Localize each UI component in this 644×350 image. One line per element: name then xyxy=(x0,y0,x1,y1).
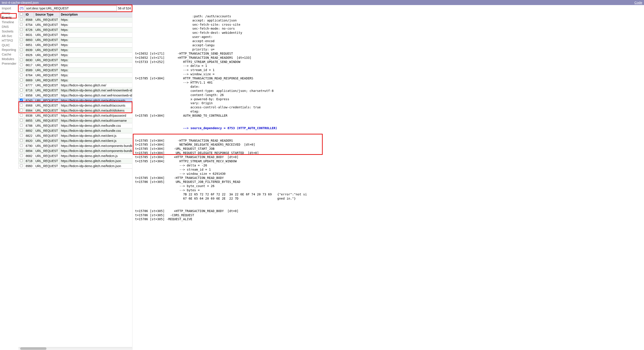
col-header-desc[interactable]: Description xyxy=(60,12,132,17)
row-checkbox[interactable] xyxy=(20,33,23,36)
cell-type: URL_REQUEST xyxy=(34,103,60,108)
table-row[interactable]: 8617URL_REQUESThttps: xyxy=(19,63,132,68)
row-checkbox[interactable] xyxy=(20,53,23,56)
cell-desc: https://fedcm-idp-demo.glitch.me/client.… xyxy=(60,138,132,143)
row-checkbox[interactable] xyxy=(20,23,23,26)
nav-item-cache[interactable]: Cache xyxy=(0,52,18,57)
nav-item-events[interactable]: Events xyxy=(0,15,18,20)
col-header-id[interactable]: ID xyxy=(24,12,34,17)
cell-desc: https://fedcm-idp-demo.glitch.me/auth/id… xyxy=(60,108,132,113)
row-checkbox[interactable] xyxy=(20,104,23,107)
table-row[interactable]: 8851URL_REQUESThttps: xyxy=(19,43,132,48)
filter-input[interactable] xyxy=(25,6,116,11)
nav-item-modules[interactable]: Modules xyxy=(0,57,18,61)
table-row[interactable]: 8855URL_REQUESThttps://fedcm-idp-demo.gl… xyxy=(19,118,132,123)
nav-item-proxy[interactable]: Proxy xyxy=(0,11,18,15)
nav-item-http2[interactable]: HTTP/2 xyxy=(0,38,18,43)
row-checkbox[interactable] xyxy=(20,134,23,137)
table-row[interactable]: 8893URL_REQUESThttps: xyxy=(19,38,132,43)
row-checkbox[interactable] xyxy=(20,74,23,76)
table-row[interactable]: 8754URL_REQUESThttps: xyxy=(19,22,132,28)
nav-item-quic[interactable]: QUIC xyxy=(0,43,18,47)
cell-type: URL_REQUEST xyxy=(34,53,60,58)
table-row[interactable]: 8984URL_REQUESThttps://fedcm-idp-demo.gl… xyxy=(19,108,132,113)
row-checkbox[interactable] xyxy=(20,149,23,152)
table-row[interactable]: 8726URL_REQUESThttps: xyxy=(19,28,132,33)
source-dependency-line: --> source_dependency = 8753 (HTTP_AUTH_… xyxy=(135,126,641,130)
table-row[interactable]: 8939URL_REQUESThttps: xyxy=(19,48,132,53)
file-name: test-4-cache-cleared.json xyxy=(2,1,38,5)
log-line: t=15785 [st=304] -HTTP_TRANSACTION_READ_… xyxy=(135,139,641,143)
row-checkbox[interactable] xyxy=(20,18,23,21)
log-line: t=15785 [st=304] HTTP_TRANSACTION_READ_R… xyxy=(135,76,641,81)
cell-id: 8718 xyxy=(24,159,34,164)
row-checkbox[interactable] xyxy=(20,89,23,92)
row-checkbox[interactable] xyxy=(20,58,23,61)
table-row[interactable]: 8894URL_REQUESThttps://fedcm-idp-demo.gl… xyxy=(19,148,132,154)
table-row[interactable]: 8764URL_REQUESThttps: xyxy=(19,73,132,78)
col-header-check[interactable] xyxy=(19,12,24,17)
table-row[interactable]: 8920URL_REQUESThttps://fedcm-idp-demo.gl… xyxy=(19,138,132,143)
row-checkbox[interactable] xyxy=(20,84,23,86)
log-line: --> delta = 1 xyxy=(135,64,641,68)
table-row[interactable]: 8631URL_REQUESThttps: xyxy=(19,33,132,38)
table-row[interactable]: 8869URL_REQUESThttps: xyxy=(19,78,132,83)
code-link[interactable]: Code xyxy=(634,1,642,5)
nav-item-sockets[interactable]: Sockets xyxy=(0,29,18,34)
cell-desc: https: xyxy=(60,48,132,53)
row-checkbox[interactable] xyxy=(20,63,23,66)
row-checkbox[interactable] xyxy=(20,139,23,142)
row-checkbox[interactable] xyxy=(20,144,23,147)
table-row[interactable]: 8718URL_REQUESThttps://fedcm-idp-demo.gl… xyxy=(19,159,132,164)
col-header-type[interactable]: Source Type xyxy=(34,12,60,17)
table-row[interactable]: 8892URL_REQUESThttps://fedcm-idp-demo.gl… xyxy=(19,128,132,133)
row-checkbox[interactable] xyxy=(20,164,23,167)
horizontal-scrollbar[interactable] xyxy=(18,347,132,350)
table-row[interactable]: 8743URL_REQUESThttps://fedcm-idp-demo.gl… xyxy=(19,98,132,103)
row-checkbox[interactable] xyxy=(20,154,23,157)
table-row[interactable]: 8960URL_REQUESThttps://fedcm-idp-demo.gl… xyxy=(19,164,132,169)
cell-id: 8617 xyxy=(24,63,34,68)
row-checkbox[interactable] xyxy=(20,43,23,46)
table-row[interactable]: 8568URL_REQUESThttps: xyxy=(19,17,132,22)
help-link[interactable]: (?) xyxy=(20,7,24,10)
table-row[interactable]: 8777URL_REQUESThttps://fedcm-idp-demo.gl… xyxy=(19,83,132,88)
nav-item-import[interactable]: Import xyxy=(0,6,18,11)
cell-desc: https://fedcm-idp-demo.glitch.me/compone… xyxy=(60,148,132,154)
nav-item-altsvc[interactable]: Alt-Svc xyxy=(0,34,18,38)
details-pane[interactable]: :path: /auth/accounts accept: applicatio… xyxy=(132,5,644,350)
select-all-checkbox[interactable] xyxy=(20,13,23,16)
table-row[interactable]: 8938URL_REQUESThttps://fedcm-idp-demo.gl… xyxy=(19,113,132,118)
row-checkbox[interactable] xyxy=(20,109,23,112)
table-row[interactable]: 8790URL_REQUESThttps://fedcm-idp-demo.gl… xyxy=(19,143,132,148)
row-checkbox[interactable] xyxy=(20,99,23,102)
row-checkbox[interactable] xyxy=(20,124,23,127)
cell-type: URL_REQUEST xyxy=(34,17,60,22)
cell-desc: https: xyxy=(60,78,132,83)
row-checkbox[interactable] xyxy=(20,48,23,51)
row-checkbox[interactable] xyxy=(20,28,23,31)
table-row[interactable]: 8682URL_REQUESThttps://fedcm-idp-demo.gl… xyxy=(19,154,132,159)
table-row[interactable]: 8716URL_REQUESThttps://fedcm-idp-demo.gl… xyxy=(19,88,132,93)
table-row[interactable]: 8589URL_REQUESThttps: xyxy=(19,68,132,73)
table-row[interactable]: 8926URL_REQUESThttps: xyxy=(19,53,132,58)
table-row[interactable]: 8830URL_REQUESThttps: xyxy=(19,58,132,63)
log-line: t=15785 [st=304] +HTTP_TRANSACTION_READ_… xyxy=(135,155,641,159)
row-checkbox[interactable] xyxy=(20,114,23,117)
table-row[interactable]: 8968URL_REQUESThttps://fedcm-idp-demo.gl… xyxy=(19,103,132,108)
nav-item-prerender[interactable]: Prerender xyxy=(0,61,18,66)
table-row[interactable]: 8788URL_REQUESThttps://fedcm-idp-demo.gl… xyxy=(19,123,132,128)
nav-item-timeline[interactable]: Timeline xyxy=(0,20,18,24)
nav-item-reporting[interactable]: Reporting xyxy=(0,47,18,52)
row-checkbox[interactable] xyxy=(20,129,23,132)
cell-desc: https: xyxy=(60,33,132,38)
row-checkbox[interactable] xyxy=(20,119,23,122)
nav-item-dns[interactable]: DNS xyxy=(0,24,18,29)
row-checkbox[interactable] xyxy=(20,79,23,81)
row-checkbox[interactable] xyxy=(20,159,23,162)
table-row[interactable]: 8958URL_REQUESThttps://fedcm-idp-demo.gl… xyxy=(19,93,132,98)
row-checkbox[interactable] xyxy=(20,68,23,71)
row-checkbox[interactable] xyxy=(20,38,23,41)
table-row[interactable]: 8822URL_REQUESThttps://fedcm-idp-demo.gl… xyxy=(19,133,132,138)
row-checkbox[interactable] xyxy=(20,94,23,97)
